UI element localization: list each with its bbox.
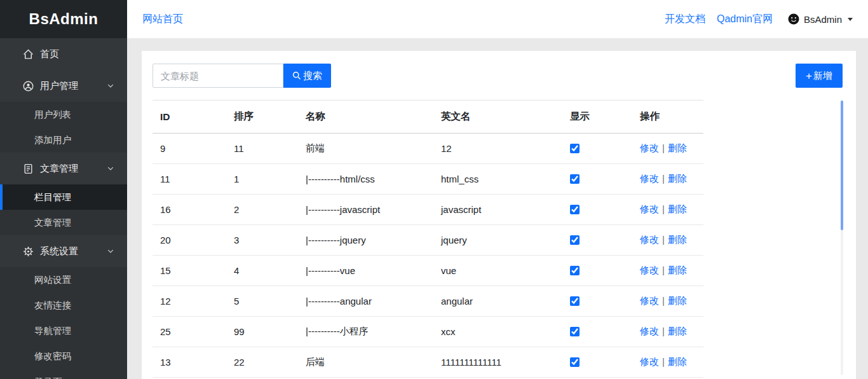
sidebar-item-label: 文章管理 [34,217,71,229]
cell-id: 12 [153,286,226,317]
scrollbar-thumb[interactable] [841,100,843,230]
plus-icon: + [806,71,812,81]
edit-link[interactable]: 修改 [640,173,659,184]
qadmin-site-link[interactable]: Qadmin官网 [717,13,773,26]
visible-checkbox[interactable] [570,296,580,306]
home-icon [23,49,34,60]
cell-sort: 1 [226,164,298,195]
sidebar-item-site-settings[interactable]: 网站设置 [0,267,127,293]
delete-link[interactable]: 删除 [668,142,687,153]
edit-link[interactable]: 修改 [640,234,659,245]
cell-en: html_css [433,164,562,195]
sidebar-item-user-list[interactable]: 用户列表 [0,102,127,127]
action-separator: | [662,295,665,306]
visible-checkbox[interactable] [570,235,580,245]
person-circle-icon [23,81,34,92]
delete-link[interactable]: 删除 [668,295,687,306]
table-row: 15 4 |----------vue vue 修改|删除 [153,256,703,286]
delete-link[interactable]: 删除 [668,203,687,214]
site-home-link[interactable]: 网站首页 [142,13,183,26]
edit-link[interactable]: 修改 [640,326,659,336]
delete-link[interactable]: 删除 [668,234,687,245]
chevron-down-icon [107,247,114,255]
search-input[interactable] [153,64,283,88]
sidebar-item-user-mgmt[interactable]: 用户管理 [0,70,127,102]
cell-id: 15 [153,256,226,286]
visible-checkbox[interactable] [570,144,580,153]
table-row: 9 11 前端 12 修改|删除 [153,134,703,164]
visible-checkbox[interactable] [570,266,580,275]
content-card: 搜索 + 新增 ID 排序 名称 英文名 显示 操作 9 11 前端 12 [142,51,856,379]
sidebar-item-label: 用户列表 [34,109,71,121]
cell-en: 12 [433,134,562,164]
action-separator: | [662,356,665,367]
sidebar-item-article-mgmt[interactable]: 文章管理 [0,153,127,184]
search-button[interactable]: 搜索 [283,64,331,88]
sidebar-item-user-add[interactable]: 添加用户 [0,127,127,153]
cell-id: 11 [153,164,226,195]
edit-link[interactable]: 修改 [640,295,659,306]
col-header-name: 名称 [298,100,433,134]
cell-en: javascript [433,195,562,225]
table-row: 13 22 后端 1111111111111 修改|删除 [153,347,703,378]
sidebar-item-label: 导航管理 [34,325,71,337]
user-dropdown[interactable]: BsAdmin [788,13,853,25]
dev-docs-link[interactable]: 开发文档 [665,13,705,26]
cell-en: jquery [433,225,562,256]
cell-name: |----------angular [298,286,433,317]
action-separator: | [662,173,665,184]
cell-id: 16 [153,195,226,225]
visible-checkbox[interactable] [570,357,580,367]
app-logo: BsAdmin [0,0,127,38]
col-header-actions: 操作 [632,100,703,134]
edit-link[interactable]: 修改 [640,142,659,153]
sidebar-item-label: 登录页 [34,376,62,379]
edit-link[interactable]: 修改 [640,265,659,275]
delete-link[interactable]: 删除 [668,265,687,275]
cell-id: 25 [153,317,226,347]
edit-link[interactable]: 修改 [640,203,659,214]
cell-name: |----------vue [298,256,433,286]
edit-link[interactable]: 修改 [640,356,659,367]
sidebar-item-article-list[interactable]: 文章管理 [0,210,127,235]
sidebar-item-label: 用户管理 [40,80,78,92]
action-separator: | [662,234,665,245]
visible-checkbox[interactable] [570,205,580,214]
cell-id: 9 [153,134,226,164]
sidebar-item-system-settings[interactable]: 系统设置 [0,235,127,267]
search-icon [292,71,301,80]
delete-link[interactable]: 删除 [668,356,687,367]
col-header-sort: 排序 [226,100,298,134]
sidebar-item-label: 修改密码 [34,350,71,362]
sidebar-item-friend-links[interactable]: 友情连接 [0,293,127,318]
sidebar-item-label: 文章管理 [40,163,78,175]
top-header: 网站首页 开发文档 Qadmin官网 BsAdmin [127,0,868,38]
cell-sort: 4 [226,256,298,286]
sidebar-item-label: 添加用户 [34,134,71,146]
action-separator: | [662,326,665,336]
table-header-row: ID 排序 名称 英文名 显示 操作 [153,100,703,134]
table-row: 20 3 |----------jquery jquery 修改|删除 [153,225,703,256]
sidebar-item-login-page[interactable]: 登录页 [0,369,127,379]
sidebar: BsAdmin 首页 用户管理 用户列表 添加用户 文章管理 栏目管理 文章管理 [0,0,127,379]
columns-table: ID 排序 名称 英文名 显示 操作 9 11 前端 12 修改|删除 11 1… [153,100,703,378]
cell-sort: 11 [226,134,298,164]
cell-en: vue [433,256,562,286]
cell-id: 13 [153,347,226,378]
sidebar-item-change-password[interactable]: 修改密码 [0,343,127,369]
sidebar-item-nav-mgmt[interactable]: 导航管理 [0,318,127,343]
add-button[interactable]: + 新增 [796,64,843,88]
table-row: 12 5 |----------angular angular 修改|删除 [153,286,703,317]
caret-down-icon [848,18,853,21]
chevron-down-icon [107,165,114,172]
visible-checkbox[interactable] [570,174,580,184]
table-row: 11 1 |----------html/css html_css 修改|删除 [153,164,703,195]
cell-name: |----------javascript [298,195,433,225]
cell-en: xcx [433,317,562,347]
sidebar-item-column-mgmt[interactable]: 栏目管理 [0,184,127,210]
visible-checkbox[interactable] [570,327,580,336]
gear-icon [23,246,34,257]
delete-link[interactable]: 删除 [668,173,687,184]
delete-link[interactable]: 删除 [668,326,687,336]
sidebar-item-home[interactable]: 首页 [0,38,127,70]
